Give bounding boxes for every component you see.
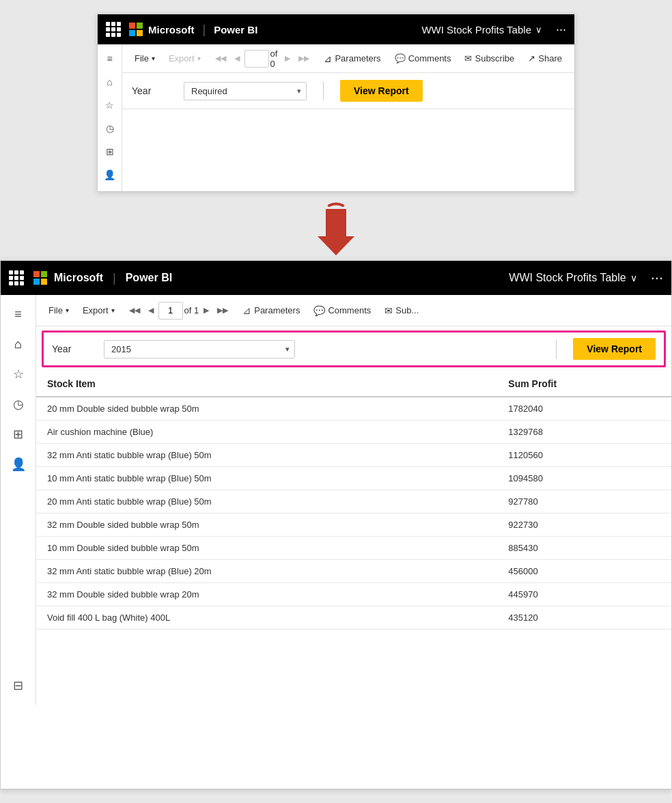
- bottom-sidebar-home-icon[interactable]: ⌂: [5, 330, 32, 358]
- file-chevron-icon: ▾: [152, 55, 155, 62]
- report-table-container: Stock Item Sum Profit 20 mm Double sided…: [36, 371, 671, 630]
- page-prev-button[interactable]: ◀: [231, 53, 243, 64]
- table-row: 20 mm Double sided bubble wrap 50m178204…: [36, 397, 671, 421]
- subscribe-button[interactable]: ✉ Subscribe: [459, 51, 520, 66]
- bottom-main-layout: ≡ ⌂ ☆ ◷ ⊞ 👤 ⊟ File ▾ Export ▾ ◀◀: [1, 295, 671, 705]
- more-options-icon[interactable]: ···: [556, 23, 566, 37]
- bottom-page-next-button[interactable]: ▶: [200, 305, 212, 316]
- bottom-param-row: Year 2015 2014 2016 ▾ View Report: [42, 330, 666, 367]
- microsoft-logo: [129, 23, 143, 36]
- bottom-header-bar: Microsoft | Power BI WWI Stock Profits T…: [1, 261, 671, 295]
- bottom-export-chevron-icon: ▾: [111, 307, 115, 314]
- sidebar-recent-icon[interactable]: ◷: [100, 118, 120, 139]
- bottom-page-prev-button[interactable]: ◀: [145, 305, 157, 316]
- bottom-sidebar-favorites-icon[interactable]: ☆: [5, 361, 32, 388]
- bottom-report-title[interactable]: WWI Stock Profits Table ∨: [509, 272, 636, 284]
- table-row: 32 mm Anti static bubble wrap (Blue) 50m…: [36, 444, 671, 467]
- sidebar-menu-icon[interactable]: ≡: [100, 48, 120, 69]
- top-view-report-button[interactable]: View Report: [340, 80, 423, 102]
- table-cell-profit: 922730: [497, 513, 671, 537]
- top-content-area: File ▾ Export ▾ ◀◀ ◀ of 0 ▶ ▶▶ ⊿ Pa: [122, 44, 574, 191]
- bottom-page-first-button[interactable]: ◀◀: [126, 305, 143, 316]
- page-last-button[interactable]: ▶▶: [295, 53, 313, 64]
- svg-marker-0: [318, 209, 354, 255]
- top-panel: Microsoft | Power BI WWI Stock Profits T…: [97, 14, 575, 192]
- top-param-row: Year Required ▾ View Report: [122, 73, 574, 109]
- sidebar-home-icon[interactable]: ⌂: [100, 72, 120, 92]
- year-select[interactable]: Required: [184, 82, 307, 100]
- filter-icon: ⊿: [324, 53, 332, 64]
- table-cell-item: 32 mm Anti static bubble wrap (Blue) 20m: [36, 560, 497, 583]
- arrow-container: [312, 199, 360, 260]
- bottom-year-select[interactable]: 2015 2014 2016: [104, 340, 295, 358]
- bottom-mail-icon: ✉: [384, 305, 393, 316]
- bottom-sidebar-shared-icon[interactable]: 👤: [5, 451, 32, 478]
- table-cell-item: Void fill 400 L bag (White) 400L: [36, 606, 497, 630]
- sidebar-favorites-icon[interactable]: ☆: [100, 95, 120, 115]
- bottom-microsoft-label: Microsoft: [54, 272, 103, 284]
- bottom-header-divider: |: [113, 271, 116, 285]
- table-row: 20 mm Anti static bubble wrap (Blue) 50m…: [36, 490, 671, 513]
- powerbi-label: Power BI: [214, 24, 257, 36]
- page-first-button[interactable]: ◀◀: [212, 53, 229, 64]
- table-cell-item: 32 mm Anti static bubble wrap (Blue) 50m: [36, 444, 497, 467]
- page-next-button[interactable]: ▶: [281, 53, 294, 64]
- table-cell-item: Air cushion machine (Blue): [36, 421, 497, 444]
- table-cell-item: 10 mm Double sided bubble wrap 50m: [36, 537, 497, 560]
- bottom-app-grid-icon[interactable]: [9, 270, 24, 285]
- bottom-page-of-label: of 1: [184, 305, 199, 315]
- table-row: 32 mm Anti static bubble wrap (Blue) 20m…: [36, 560, 671, 583]
- table-cell-profit: 1120560: [497, 444, 671, 467]
- sidebar-shared-icon[interactable]: 👤: [100, 165, 120, 185]
- bottom-view-report-button[interactable]: View Report: [573, 338, 656, 360]
- comment-icon: 💬: [395, 53, 406, 64]
- bottom-more-options-icon[interactable]: ···: [651, 269, 663, 287]
- bottom-page-number-input[interactable]: [158, 302, 183, 320]
- table-row: 10 mm Anti static bubble wrap (Blue) 50m…: [36, 467, 671, 490]
- bottom-parameters-button[interactable]: ⊿ Parameters: [237, 302, 305, 320]
- bottom-param-divider: [556, 339, 557, 358]
- table-row: Air cushion machine (Blue)1329768: [36, 421, 671, 444]
- export-button[interactable]: Export ▾: [163, 51, 206, 66]
- col-stock-item: Stock Item: [36, 371, 497, 397]
- bottom-file-chevron-icon: ▾: [66, 307, 69, 314]
- header-divider: |: [203, 23, 206, 37]
- bottom-sidebar-workspace-icon[interactable]: ⊟: [5, 672, 32, 699]
- year-label: Year: [132, 85, 173, 96]
- report-table: Stock Item Sum Profit 20 mm Double sided…: [36, 371, 671, 630]
- share-button[interactable]: ↗ Share: [522, 51, 568, 66]
- bottom-comments-button[interactable]: 💬 Comments: [308, 302, 376, 319]
- bottom-filter-icon: ⊿: [242, 305, 251, 317]
- bottom-sidebar-apps-icon[interactable]: ⊞: [5, 421, 32, 448]
- bottom-export-button[interactable]: Export ▾: [77, 302, 120, 318]
- bottom-content-area: File ▾ Export ▾ ◀◀ ◀ of 1 ▶ ▶▶ ⊿ Pa: [36, 295, 671, 705]
- table-cell-item: 20 mm Anti static bubble wrap (Blue) 50m: [36, 490, 497, 513]
- bottom-toolbar: File ▾ Export ▾ ◀◀ ◀ of 1 ▶ ▶▶ ⊿ Pa: [36, 295, 671, 326]
- table-cell-profit: 1329768: [497, 421, 671, 444]
- page-navigation: ◀◀ ◀ of 0 ▶ ▶▶: [212, 48, 313, 69]
- table-cell-item: 20 mm Double sided bubble wrap 50m: [36, 397, 497, 421]
- report-title[interactable]: WWI Stock Profits Table ∨: [421, 24, 542, 36]
- col-sum-profit: Sum Profit: [497, 371, 671, 397]
- bottom-subscribe-button[interactable]: ✉ Sub...: [379, 302, 424, 319]
- parameters-button[interactable]: ⊿ Parameters: [318, 51, 386, 67]
- comments-button[interactable]: 💬 Comments: [389, 51, 457, 66]
- bottom-sidebar-recent-icon[interactable]: ◷: [5, 391, 32, 418]
- table-cell-item: 10 mm Anti static bubble wrap (Blue) 50m: [36, 467, 497, 490]
- bottom-page-navigation: ◀◀ ◀ of 1 ▶ ▶▶: [126, 302, 232, 320]
- export-chevron-icon: ▾: [197, 55, 201, 62]
- table-cell-item: 32 mm Double sided bubble wrap 20m: [36, 583, 497, 606]
- bottom-sidebar-menu-icon[interactable]: ≡: [5, 300, 32, 328]
- microsoft-label: Microsoft: [148, 24, 195, 36]
- bottom-sidebar: ≡ ⌂ ☆ ◷ ⊞ 👤 ⊟: [1, 295, 36, 705]
- sidebar-apps-icon[interactable]: ⊞: [100, 141, 120, 162]
- down-arrow-icon: [312, 202, 360, 257]
- bottom-file-button[interactable]: File ▾: [43, 302, 74, 318]
- file-button[interactable]: File ▾: [129, 51, 160, 66]
- bottom-year-select-wrapper: 2015 2014 2016 ▾: [104, 340, 295, 358]
- bottom-page-last-button[interactable]: ▶▶: [214, 305, 232, 316]
- page-number-input[interactable]: [244, 50, 269, 68]
- top-sidebar: ≡ ⌂ ☆ ◷ ⊞ 👤: [98, 44, 122, 191]
- top-toolbar: File ▾ Export ▾ ◀◀ ◀ of 0 ▶ ▶▶ ⊿ Pa: [122, 44, 574, 73]
- app-grid-icon[interactable]: [106, 22, 121, 37]
